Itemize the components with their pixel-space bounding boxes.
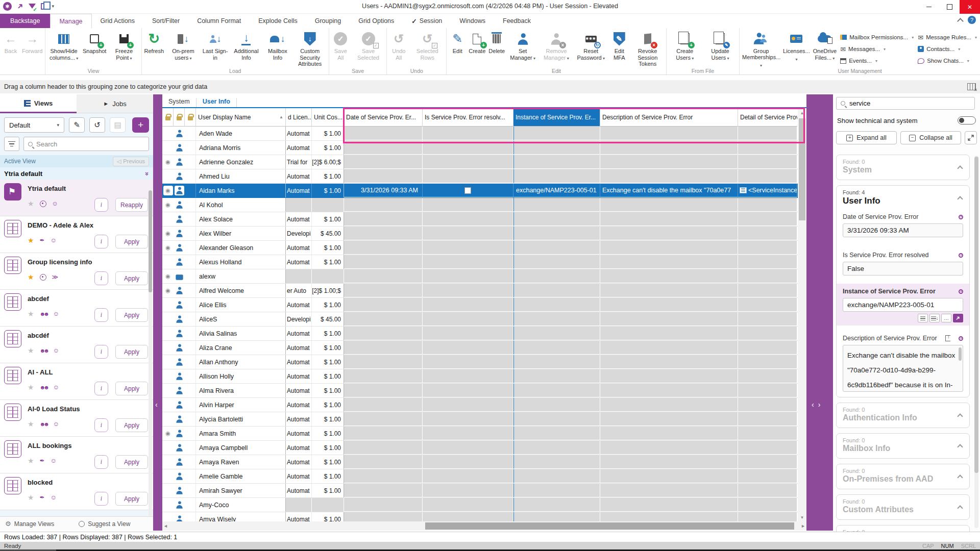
view-card[interactable]: AI-0 Load Status ★ ☻☻ ☺ i Apply — [0, 400, 153, 437]
unit-cost-cell[interactable]: $ 1.00 — [312, 255, 344, 269]
license-cell[interactable]: Automat — [286, 355, 312, 369]
svc-instance-cell[interactable] — [513, 241, 600, 255]
view-card[interactable]: abcdéf ★ ☻☻ ☺ i Apply — [0, 327, 153, 363]
table-row[interactable]: ◉ Alfred Welcome er Auto [2]$ 1.00;$ — [162, 284, 806, 298]
collapse-right-icons[interactable]: ‹› — [812, 400, 824, 409]
view-info-button[interactable]: i — [94, 455, 108, 469]
ribbon-tab[interactable]: Grouping — [306, 14, 350, 28]
view-info-button[interactable]: i — [94, 418, 108, 432]
license-cell[interactable]: Automat — [286, 384, 312, 397]
svc-description-cell[interactable] — [600, 169, 738, 183]
user-display-name-cell[interactable]: Alex Wilber — [196, 227, 286, 240]
license-cell[interactable]: Automat — [286, 455, 312, 469]
svc-resolved-cell[interactable] — [423, 327, 513, 340]
messages-button[interactable]: ✉Messages... — [838, 44, 916, 54]
svc-resolved-cell[interactable] — [423, 412, 513, 426]
view-apply-button[interactable]: Apply — [115, 492, 148, 506]
view-apply-button[interactable]: Apply — [115, 455, 148, 469]
more-options-button[interactable]: … — [941, 314, 951, 322]
svc-detail-cell[interactable]: <ServiceInstance — [738, 184, 797, 197]
favorite-star-icon[interactable]: ★ — [28, 200, 34, 207]
license-cell[interactable]: Automat — [286, 141, 312, 155]
favorite-star-icon[interactable]: ★ — [28, 420, 34, 428]
user-display-name-cell[interactable]: Alycia Bartoletti — [196, 412, 286, 426]
column-header-svc-resolved[interactable]: Is Service Prov. Error resolv... — [423, 108, 513, 127]
section-user-info[interactable]: Found: 4 User Info Date of Service Prov.… — [836, 185, 970, 397]
svc-detail-cell[interactable] — [738, 455, 797, 469]
band-tab-system[interactable]: System — [162, 98, 197, 107]
user-display-name-cell[interactable]: Amirah Sawyer — [196, 484, 286, 497]
license-cell[interactable]: Automat — [286, 327, 312, 340]
license-cell[interactable]: Automat — [286, 441, 312, 455]
svc-date-cell[interactable] — [344, 355, 423, 369]
svc-detail-cell[interactable] — [738, 469, 797, 483]
ribbon-tab[interactable]: Backstage — [0, 14, 50, 28]
table-row[interactable]: Aliza Crane Automat $ 1.00 — [162, 341, 806, 355]
svc-description-cell[interactable] — [600, 284, 738, 297]
svc-instance-cell[interactable]: exchange/NAMP223-005-01 — [513, 184, 600, 197]
view-card[interactable]: Ytria default ★ ☺ i Reapply — [0, 180, 153, 216]
unit-cost-cell[interactable]: [2]$ 6.00;$ — [312, 155, 344, 169]
license-cell[interactable]: Developi — [286, 312, 312, 326]
svc-date-cell[interactable] — [344, 469, 423, 483]
view-apply-button[interactable]: Reapply — [115, 198, 148, 212]
svc-date-cell[interactable] — [344, 441, 423, 455]
svc-detail-cell[interactable] — [738, 312, 797, 326]
svc-date-cell[interactable] — [344, 198, 423, 212]
svc-resolved-cell[interactable] — [423, 241, 513, 255]
mailbox-info-button[interactable]: ↓Mailbox Info — [263, 29, 292, 69]
svc-resolved-input[interactable] — [843, 262, 963, 276]
ribbon-tab[interactable]: Windows — [451, 14, 494, 28]
favorite-star-icon[interactable]: ★ — [28, 237, 34, 244]
collapse-all-button[interactable]: −Collapse all — [900, 131, 961, 144]
column-header-unit-cost[interactable]: Unit Cos... — [312, 108, 344, 127]
svc-description-cell[interactable] — [600, 327, 738, 340]
svc-description-cell[interactable] — [600, 484, 738, 497]
ribbon-tab[interactable]: Feedback — [494, 14, 540, 28]
svc-resolved-cell[interactable] — [423, 198, 513, 212]
suggest-view-button[interactable]: Suggest a View — [79, 520, 130, 528]
view-info-button[interactable]: i — [94, 382, 108, 395]
svc-instance-cell[interactable] — [513, 398, 600, 412]
ribbon-tab[interactable]: Grid Options — [350, 14, 403, 28]
table-row[interactable]: Alma Rivera Automat $ 1.00 — [162, 384, 806, 398]
view-card[interactable]: Group licensing info ★ ≫ i Apply — [0, 253, 153, 290]
svc-detail-cell[interactable] — [738, 155, 797, 169]
svc-date-cell[interactable] — [344, 141, 423, 155]
user-display-name-cell[interactable]: Amy-Coco — [196, 498, 286, 512]
lock-column-header[interactable] — [174, 108, 185, 127]
user-display-name-cell[interactable]: Amara Smith — [196, 427, 286, 440]
table-row[interactable]: Amaya Campbell Automat $ 1.00 — [162, 441, 806, 455]
svc-resolved-cell[interactable] — [423, 127, 513, 140]
undo-selected-rows-button[interactable]: ↺✓Selected Rows — [409, 29, 445, 69]
favorite-star-icon[interactable]: ★ — [28, 347, 34, 354]
svc-detail-cell[interactable] — [738, 255, 797, 269]
ribbon-tab[interactable]: Session — [403, 14, 451, 28]
user-display-name-cell[interactable]: AliceS — [196, 312, 286, 326]
create-users-button[interactable]: +Create Users — [668, 29, 702, 69]
svc-instance-cell[interactable] — [513, 284, 600, 297]
svc-description-cell[interactable] — [600, 269, 738, 283]
onedrive-files-button[interactable]: OneDrive Files... — [812, 29, 838, 69]
revoke-session-tokens-button[interactable]: ×Revoke Session Tokens — [630, 29, 665, 69]
table-row[interactable]: Allison Holly Automat $ 1.00 — [162, 369, 806, 384]
svc-instance-cell[interactable] — [513, 298, 600, 312]
svc-resolved-cell[interactable] — [423, 269, 513, 283]
events-button[interactable]: Events... — [838, 56, 916, 66]
view-apply-button[interactable]: Apply — [115, 308, 148, 322]
column-header-svc-description[interactable]: Description of Service Prov. Error — [600, 108, 738, 127]
unit-cost-cell[interactable] — [312, 498, 344, 512]
delete-button[interactable]: Delete — [487, 29, 506, 69]
license-cell[interactable]: Trial for — [286, 155, 312, 169]
column-header-display-name[interactable]: User Display Name▲ — [196, 108, 286, 127]
lock-column-header[interactable] — [185, 108, 196, 127]
view-card[interactable]: DEMO - Adele & Alex ★ ✒ ☺ i Apply — [0, 216, 153, 253]
ribbon-tab[interactable]: Sort/Filter — [143, 14, 188, 28]
svc-date-cell[interactable] — [344, 227, 423, 240]
expand-all-button[interactable]: +Expand all — [836, 131, 897, 144]
view-info-button[interactable]: i — [94, 345, 108, 359]
license-cell[interactable]: Automat — [286, 212, 312, 226]
svc-date-cell[interactable] — [344, 284, 423, 297]
right-splitter[interactable]: ‹› — [806, 94, 833, 531]
svc-resolved-cell[interactable] — [423, 455, 513, 469]
